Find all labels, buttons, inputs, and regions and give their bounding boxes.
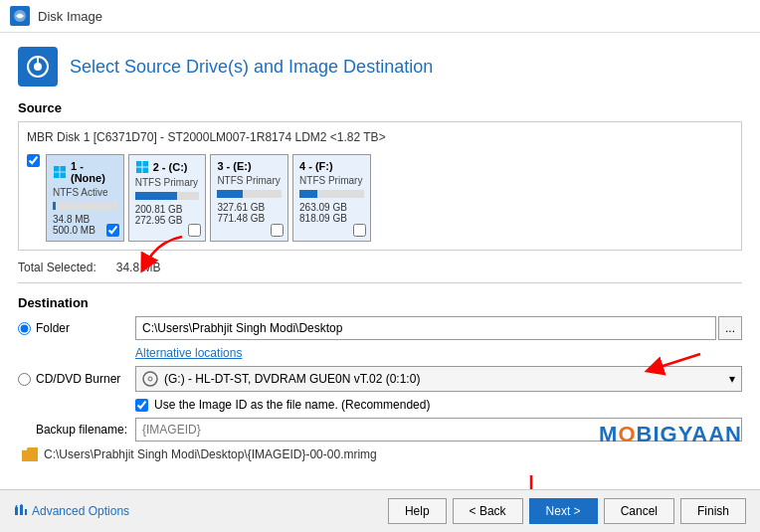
main-content: Select Source Drive(s) and Image Destina… (0, 33, 760, 489)
page-header: Select Source Drive(s) and Image Destina… (18, 47, 742, 87)
backup-filename-label: Backup filename: (18, 423, 127, 437)
partition-4-checkbox[interactable] (353, 224, 366, 237)
svg-rect-9 (142, 161, 148, 167)
browse-button[interactable]: ... (718, 316, 742, 340)
disk-label: MBR Disk 1 [C6371D70] - ST2000LM007-1R81… (27, 130, 733, 144)
backup-filename-row: Backup filename: (18, 418, 742, 442)
partitions-container: 1 - (None) NTFS Active 34.8 MB500.0 MB (46, 154, 371, 242)
advanced-options-label: Advanced Options (32, 504, 129, 518)
advanced-options-link[interactable]: Advanced Options (14, 504, 129, 518)
partition-4-bar-container (299, 190, 364, 198)
partition-4-name: 4 - (F:) (299, 160, 333, 172)
folder-path-input[interactable] (135, 316, 716, 340)
annotation-arrow-3 (511, 470, 551, 489)
partition-4-sizes: 263.09 GB818.09 GB (299, 202, 364, 224)
page-title: Select Source Drive(s) and Image Destina… (70, 57, 433, 78)
back-button[interactable]: < Back (453, 498, 523, 524)
folder-input-group: ... (135, 316, 742, 340)
header-icon (18, 47, 58, 87)
partition-2-type: NTFS Primary (135, 177, 200, 188)
folder-icon (22, 447, 38, 461)
source-label: Source (18, 100, 742, 115)
cddvd-radio[interactable] (18, 373, 31, 386)
partition-2-bar-container (135, 192, 200, 200)
svg-rect-7 (61, 173, 67, 179)
partition-4-type: NTFS Primary (299, 175, 364, 186)
partition-2-name: 2 - (C:) (153, 161, 188, 173)
file-path-text: C:\Users\Prabhjit Singh Modi\Desktop\{IM… (44, 447, 377, 461)
partition-3-sizes: 327.61 GB771.48 GB (217, 202, 282, 224)
dvd-drive-label: (G:) - HL-DT-ST, DVDRAM GUE0N vT.02 (0:1… (164, 372, 420, 386)
svg-rect-14 (15, 507, 18, 515)
partition-3: 3 - (E:) NTFS Primary 327.61 GB771.48 GB (210, 154, 288, 242)
partition-1-type: NTFS Active (53, 187, 117, 198)
folder-radio-label[interactable]: Folder (18, 321, 127, 335)
windows-icon-1 (53, 165, 67, 179)
partition-2: 2 - (C:) NTFS Primary 200.81 GB272.95 GB (128, 154, 207, 242)
partition-4-bar (299, 190, 317, 198)
use-image-id-label: Use the Image ID as the file name. (Reco… (154, 398, 430, 412)
folder-row: Folder ... (18, 316, 742, 340)
folder-radio[interactable] (18, 322, 31, 335)
use-image-id-row: Use the Image ID as the file name. (Reco… (135, 398, 742, 412)
backup-filename-input[interactable] (135, 418, 742, 442)
partition-1-bar (53, 202, 56, 210)
windows-icon-2 (135, 160, 149, 174)
partition-1-bar-container (53, 202, 117, 210)
advanced-options-icon (14, 504, 28, 518)
partition-3-name: 3 - (E:) (217, 160, 251, 172)
total-selected-label: Total Selected: (18, 261, 96, 274)
cancel-button[interactable]: Cancel (604, 498, 674, 524)
svg-rect-10 (136, 168, 142, 174)
partition-1-name: 1 - (None) (71, 160, 117, 184)
title-bar-label: Disk Image (38, 9, 102, 24)
partition-3-bar-container (217, 190, 282, 198)
svg-rect-16 (25, 509, 27, 515)
partition-row: 1 - (None) NTFS Active 34.8 MB500.0 MB (27, 152, 733, 242)
help-button[interactable]: Help (388, 498, 447, 524)
cddvd-row: CD/DVD Burner (G:) - HL-DT-ST, DVDRAM GU… (18, 366, 742, 392)
source-box: MBR Disk 1 [C6371D70] - ST2000LM007-1R81… (18, 121, 742, 251)
partition-3-bar (217, 190, 243, 198)
svg-rect-11 (142, 168, 148, 174)
dvd-drive-select[interactable]: (G:) - HL-DT-ST, DVDRAM GUE0N vT.02 (0:1… (135, 366, 742, 392)
svg-rect-5 (61, 166, 67, 172)
partition-2-bar (135, 192, 177, 200)
next-button[interactable]: Next > (529, 498, 598, 524)
file-path-row: C:\Users\Prabhjit Singh Modi\Desktop\{IM… (22, 447, 742, 461)
destination-section: Destination Folder ... Alternative locat… (18, 295, 742, 461)
title-bar: Disk Image (0, 0, 760, 33)
partition-3-type: NTFS Primary (217, 175, 282, 186)
alt-locations-link[interactable]: Alternative locations (135, 346, 742, 360)
dvd-icon (142, 371, 158, 387)
partition-1-checkbox[interactable] (106, 224, 119, 237)
total-selected-value: 34.8 MB (116, 261, 161, 274)
cddvd-radio-label[interactable]: CD/DVD Burner (18, 372, 127, 386)
dvd-drive-inner: (G:) - HL-DT-ST, DVDRAM GUE0N vT.02 (0:1… (142, 371, 420, 387)
footer: Advanced Options Help < Back Next > Canc… (0, 489, 760, 532)
svg-rect-6 (54, 173, 60, 179)
folder-radio-text: Folder (36, 321, 70, 335)
outer-checkbox[interactable] (27, 154, 40, 167)
total-selected-row: Total Selected: 34.8 MB (18, 261, 742, 283)
svg-rect-8 (136, 161, 142, 167)
destination-label: Destination (18, 295, 742, 310)
partition-1: 1 - (None) NTFS Active 34.8 MB500.0 MB (46, 154, 124, 242)
partition-3-checkbox[interactable] (271, 224, 284, 237)
use-image-id-checkbox[interactable] (135, 399, 148, 412)
svg-rect-15 (20, 505, 23, 515)
cddvd-radio-text: CD/DVD Burner (36, 372, 120, 386)
partition-2-sizes: 200.81 GB272.95 GB (135, 204, 200, 226)
footer-buttons: Help < Back Next > Cancel Finish (388, 498, 746, 524)
svg-point-12 (143, 372, 157, 386)
svg-point-2 (34, 63, 42, 71)
svg-rect-4 (54, 166, 60, 172)
partition-4: 4 - (F:) NTFS Primary 263.09 GB818.09 GB (292, 154, 371, 242)
partition-2-checkbox[interactable] (188, 224, 201, 237)
app-icon (10, 6, 30, 26)
dvd-dropdown-icon: ▾ (729, 372, 735, 386)
finish-button[interactable]: Finish (680, 498, 746, 524)
svg-point-13 (148, 377, 152, 381)
